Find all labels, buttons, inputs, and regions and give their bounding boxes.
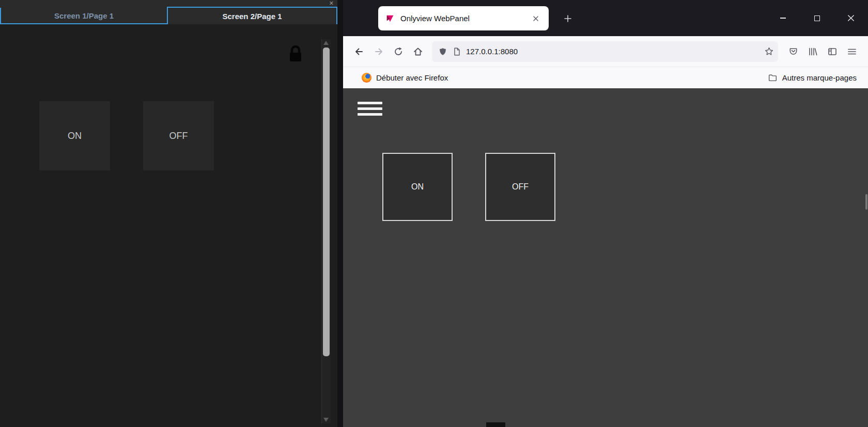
tab-screen2-page1[interactable]: Screen 2/Page 1 xyxy=(167,7,337,24)
tab-screen2-label: Screen 2/Page 1 xyxy=(222,12,282,21)
url-text: 127.0.0.1:8080 xyxy=(466,47,760,56)
pocket-button[interactable] xyxy=(783,42,803,61)
left-app-window: ✕ Screen 1/Page 1 Screen 2/Page 1 ON OFF xyxy=(0,0,337,427)
menu-button[interactable] xyxy=(842,42,862,61)
bookmark-label: Débuter avec Firefox xyxy=(376,73,448,82)
pane-close-button[interactable]: ✕ xyxy=(329,0,334,7)
screen: ✕ Screen 1/Page 1 Screen 2/Page 1 ON OFF xyxy=(0,0,868,427)
tab-screen1-page1[interactable]: Screen 1/Page 1 xyxy=(0,8,167,24)
star-icon xyxy=(764,46,774,56)
minimize-button[interactable] xyxy=(766,0,800,36)
editor-on-button[interactable]: ON xyxy=(39,101,110,170)
maximize-icon xyxy=(814,15,820,21)
webpage-content: ON OFF xyxy=(343,88,868,427)
webpanel-on-label: ON xyxy=(411,182,424,192)
home-icon xyxy=(413,46,423,57)
home-button[interactable] xyxy=(408,42,428,61)
back-button[interactable] xyxy=(349,42,369,61)
minimize-icon xyxy=(780,18,786,19)
firefox-window: Onlyview WebPanel xyxy=(343,0,868,427)
hamburger-icon xyxy=(847,47,857,56)
folder-icon xyxy=(768,73,778,83)
scroll-up-arrow-icon[interactable] xyxy=(323,41,329,45)
browser-tab-title: Onlyview WebPanel xyxy=(400,14,524,23)
forward-button[interactable] xyxy=(369,42,389,61)
webpanel-off-label: OFF xyxy=(512,182,529,192)
hamburger-icon xyxy=(358,102,382,104)
maximize-button[interactable] xyxy=(800,0,834,36)
bottom-scroll-fragment xyxy=(486,422,505,427)
bookmark-item-firefox[interactable]: Débuter avec Firefox xyxy=(362,73,448,83)
library-icon xyxy=(808,46,818,57)
tab-close-icon[interactable] xyxy=(530,12,542,25)
tab-screen1-label: Screen 1/Page 1 xyxy=(54,11,114,20)
shield-icon[interactable] xyxy=(438,47,447,56)
window-controls xyxy=(766,0,868,36)
reload-button[interactable] xyxy=(389,42,408,61)
arrow-left-icon xyxy=(354,46,364,57)
reload-icon xyxy=(393,46,404,57)
editor-off-button[interactable]: OFF xyxy=(143,101,214,170)
lock-icon[interactable] xyxy=(288,44,303,63)
library-button[interactable] xyxy=(803,42,823,61)
left-app-canvas: ON OFF xyxy=(0,24,337,427)
left-app-tabstrip: ✕ Screen 1/Page 1 Screen 2/Page 1 xyxy=(0,0,337,24)
sidebar-button[interactable] xyxy=(823,42,842,61)
page-menu-button[interactable] xyxy=(358,102,382,116)
pocket-icon xyxy=(788,46,798,56)
webpanel-off-button[interactable]: OFF xyxy=(485,153,555,221)
left-pane-scrollbar[interactable] xyxy=(321,39,331,423)
new-tab-button[interactable] xyxy=(560,11,576,26)
bookmark-star-button[interactable] xyxy=(764,46,774,56)
onlyview-logo-icon xyxy=(385,13,395,24)
editor-on-label: ON xyxy=(68,131,82,141)
page-scrollbar-thumb[interactable] xyxy=(865,194,867,210)
scrollbar-thumb[interactable] xyxy=(323,48,330,356)
other-bookmarks-label: Autres marque-pages xyxy=(782,73,857,82)
scroll-down-arrow-icon[interactable] xyxy=(323,418,329,422)
url-bar[interactable]: 127.0.0.1:8080 xyxy=(432,41,778,62)
sidebar-icon xyxy=(827,46,838,57)
browser-navbar: 127.0.0.1:8080 xyxy=(343,36,868,67)
webpanel-on-button[interactable]: ON xyxy=(382,153,453,221)
window-close-button[interactable] xyxy=(834,0,868,36)
editor-off-label: OFF xyxy=(169,131,188,141)
arrow-right-icon xyxy=(374,46,384,57)
window-divider xyxy=(337,0,343,427)
firefox-logo-icon xyxy=(362,73,371,83)
browser-titlebar: Onlyview WebPanel xyxy=(343,0,868,36)
bookmarks-bar: Débuter avec Firefox Autres marque-pages xyxy=(343,67,868,88)
page-icon[interactable] xyxy=(452,47,461,56)
plus-icon xyxy=(564,14,572,23)
browser-tab[interactable]: Onlyview WebPanel xyxy=(378,6,549,30)
close-icon xyxy=(847,14,855,22)
other-bookmarks-button[interactable]: Autres marque-pages xyxy=(768,73,857,83)
